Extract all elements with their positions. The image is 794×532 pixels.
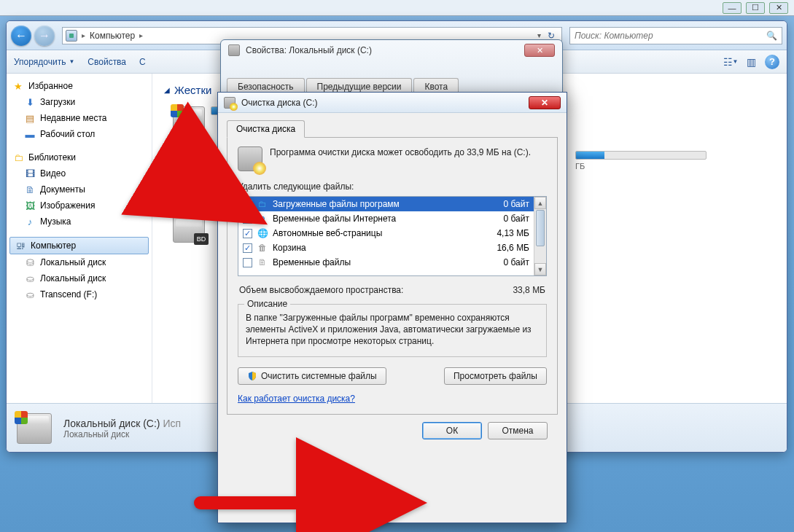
search-icon[interactable]: 🔍: [766, 31, 777, 41]
disk-cleanup-icon: [238, 146, 262, 171]
description-group-label: Описание: [244, 299, 290, 309]
organize-menu[interactable]: Упорядочить▼: [14, 57, 74, 67]
file-row[interactable]: ✓eВременные файлы Интернета0 байт: [238, 211, 534, 226]
file-name: Загруженные файлы программ: [273, 199, 477, 209]
sidebar-item-local-disk-c[interactable]: ⛁Локальный диск: [7, 254, 152, 270]
sidebar-item-label: Музыка: [40, 216, 71, 227]
scroll-up-button[interactable]: ▲: [534, 197, 546, 209]
sidebar-item-local-disk[interactable]: ⛀Локальный диск: [7, 270, 152, 286]
status-drive-icon: [17, 413, 52, 444]
chevron-right-icon: ▸: [82, 31, 85, 39]
cancel-button[interactable]: Отмена: [488, 422, 548, 439]
sidebar-item-label: Видео: [40, 168, 66, 179]
sidebar-item-downloads[interactable]: ⬇Загрузки: [7, 94, 152, 110]
view-mode-icon[interactable]: ☷ ▼: [724, 55, 737, 69]
close-button[interactable]: ✕: [524, 44, 555, 57]
tab-cleanup[interactable]: Очистка диска: [227, 120, 305, 138]
status-used-cut: Исп: [163, 418, 181, 429]
file-checkbox[interactable]: ✓: [243, 214, 252, 224]
file-row[interactable]: ✓🗑Корзина16,6 МБ: [238, 240, 534, 255]
properties-titlebar[interactable]: Свойства: Локальный диск (C:) ✕: [221, 40, 562, 60]
search-box[interactable]: 🔍: [569, 27, 782, 44]
file-checkbox[interactable]: ✓: [243, 229, 252, 238]
description-group: Описание В папке "Загруженные файлы прог…: [238, 304, 547, 357]
cleanup-message: Программа очистки диска может освободить…: [270, 146, 531, 158]
disk-cleanup-icon: [224, 97, 236, 109]
ok-button[interactable]: ОК: [422, 422, 482, 439]
file-row[interactable]: ✓🗀Загруженные файлы программ0 байт: [238, 197, 534, 211]
sidebar-item-pictures[interactable]: 🖼Изображения: [7, 197, 152, 214]
drive-icon: ⛀: [24, 289, 36, 300]
file-checkbox[interactable]: [243, 258, 252, 267]
cleanup-titlebar[interactable]: Очистка диска (C:) ✕: [218, 93, 567, 113]
file-type-icon: e: [257, 213, 268, 224]
sidebar-item-label: Недавние места: [40, 113, 106, 123]
clean-system-files-button[interactable]: Очистить системные файлы: [238, 367, 386, 385]
delete-files-label: Удалить следующие файлы:: [238, 181, 547, 192]
chevron-right-icon[interactable]: ▸: [139, 31, 143, 39]
bd-drive-icon: [173, 216, 205, 243]
help-icon[interactable]: ?: [765, 55, 779, 69]
computer-icon: [66, 30, 77, 42]
breadcrumb-computer[interactable]: Компьютер: [90, 31, 135, 41]
sidebar-item-label: Локальный диск: [40, 273, 106, 283]
address-dropdown-icon[interactable]: ▾: [537, 31, 541, 39]
search-input[interactable]: [575, 31, 766, 41]
nav-back-button[interactable]: ←: [11, 26, 31, 46]
collapse-icon: ◢: [164, 196, 170, 204]
sidebar-item-videos[interactable]: 🎞Видео: [7, 165, 152, 181]
status-drive-name: Локальный диск (C:): [63, 418, 160, 429]
sidebar-item-label: Изображения: [40, 200, 95, 211]
cleanup-tabs: Очистка диска: [227, 120, 558, 137]
files-listbox[interactable]: ✓🗀Загруженные файлы программ0 байт✓eВрем…: [238, 196, 547, 276]
sidebar-item-recent[interactable]: ▤Недавние места: [7, 110, 152, 126]
sidebar-item-label: Загрузки: [40, 97, 75, 107]
sidebar-item-label: Компьютер: [31, 240, 76, 251]
sidebar-item-transcend[interactable]: ⛀Transcend (F:): [7, 286, 152, 302]
libraries-group[interactable]: 🗀Библиотеки: [7, 149, 152, 165]
file-checkbox[interactable]: ✓: [243, 200, 252, 209]
video-icon: 🎞: [24, 168, 36, 179]
star-icon: ★: [12, 80, 24, 92]
file-type-icon: 🗑: [257, 242, 268, 254]
favorites-group[interactable]: ★Избранное: [7, 78, 152, 94]
recent-icon: ▤: [24, 112, 36, 124]
file-row[interactable]: ✓🌐Автономные веб-страницы4,13 МБ: [238, 226, 534, 240]
system-menu-cut[interactable]: С: [139, 57, 146, 67]
file-checkbox[interactable]: ✓: [243, 243, 252, 253]
minimize-button[interactable]: [723, 2, 742, 14]
sidebar-item-computer[interactable]: 🖳Компьютер: [9, 237, 149, 254]
downloads-icon: ⬇: [24, 96, 36, 108]
libraries-icon: 🗀: [12, 152, 24, 163]
cleanup-title: Очистка диска (C:): [241, 98, 318, 108]
file-size: 16,6 МБ: [481, 243, 529, 253]
button-label: Очистить системные файлы: [261, 371, 377, 381]
drive-c-icon: [173, 106, 205, 133]
scroll-down-button[interactable]: ▼: [534, 263, 546, 275]
status-drive-type: Локальный диск: [63, 429, 181, 439]
view-files-button[interactable]: Просмотреть файлы: [444, 367, 547, 385]
scroll-thumb[interactable]: [536, 210, 545, 246]
explorer-sidebar: ★Избранное ⬇Загрузки ▤Недавние места ▬Ра…: [7, 74, 152, 403]
sidebar-item-music[interactable]: ♪Музыка: [7, 214, 152, 230]
file-row[interactable]: 🗎Временные файлы0 байт: [238, 255, 534, 270]
file-name: Корзина: [273, 243, 477, 253]
close-button[interactable]: ✕: [529, 96, 561, 109]
document-icon: 🗎: [24, 184, 36, 195]
close-button[interactable]: [769, 2, 788, 14]
nav-forward-button[interactable]: →: [34, 26, 55, 46]
capacity-bar-partial: [575, 151, 707, 160]
sidebar-item-label: Transcend (F:): [40, 289, 97, 300]
file-name: Временные файлы Интернета: [273, 214, 477, 224]
sidebar-item-documents[interactable]: 🗎Документы: [7, 181, 152, 197]
parent-titlebar: [0, 0, 794, 16]
preview-pane-icon[interactable]: ▥: [744, 55, 758, 69]
scrollbar[interactable]: ▲ ▼: [534, 197, 546, 275]
how-it-works-link[interactable]: Как работает очистка диска?: [238, 394, 355, 404]
sidebar-item-desktop[interactable]: ▬Рабочий стол: [7, 126, 152, 142]
favorites-label: Избранное: [28, 81, 73, 91]
capacity-fill: [576, 152, 604, 159]
properties-menu[interactable]: Свойства: [87, 57, 126, 67]
file-type-icon: 🗎: [257, 257, 268, 268]
maximize-button[interactable]: [746, 2, 765, 14]
